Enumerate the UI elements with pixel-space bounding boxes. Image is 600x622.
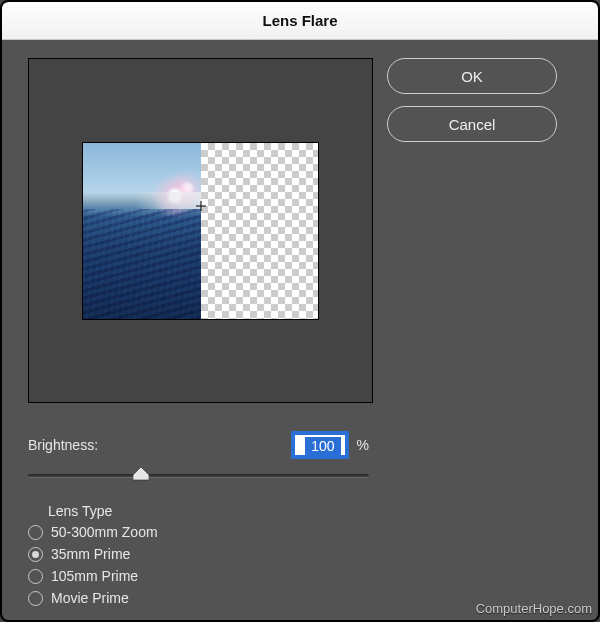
cancel-button-label: Cancel bbox=[449, 116, 496, 133]
lens-type-option[interactable]: 50-300mm Zoom bbox=[28, 521, 369, 543]
radio-icon bbox=[28, 525, 43, 540]
lens-type-option[interactable]: 35mm Prime bbox=[28, 543, 369, 565]
preview-panel[interactable] bbox=[28, 58, 373, 403]
brightness-row: Brightness: 100 % bbox=[28, 433, 369, 457]
brightness-slider[interactable] bbox=[28, 467, 369, 485]
radio-icon bbox=[28, 591, 43, 606]
radio-icon bbox=[28, 547, 43, 562]
dialog-body: Brightness: 100 % Lens Type 50-300mm Zoo… bbox=[2, 40, 598, 620]
watermark: ComputerHope.com bbox=[476, 601, 592, 616]
lens-type-option[interactable]: Movie Prime bbox=[28, 587, 369, 609]
lens-type-group: Lens Type 50-300mm Zoom35mm Prime105mm P… bbox=[28, 503, 369, 609]
dialog-title: Lens Flare bbox=[262, 12, 337, 29]
preview-thumbnail[interactable] bbox=[82, 142, 319, 320]
ok-button[interactable]: OK bbox=[387, 58, 557, 94]
dialog-titlebar: Lens Flare bbox=[2, 2, 598, 40]
preview-image-area[interactable] bbox=[83, 143, 201, 319]
right-column: OK Cancel bbox=[387, 40, 598, 620]
left-column: Brightness: 100 % Lens Type 50-300mm Zoo… bbox=[2, 40, 387, 620]
radio-icon bbox=[28, 569, 43, 584]
flare-center-crosshair[interactable] bbox=[196, 201, 206, 211]
lens-type-heading: Lens Type bbox=[48, 503, 369, 519]
brightness-input[interactable]: 100 bbox=[293, 433, 347, 457]
brightness-value: 100 bbox=[305, 437, 340, 455]
brightness-label: Brightness: bbox=[28, 437, 98, 453]
lens-type-option-label: Movie Prime bbox=[51, 590, 129, 606]
lens-type-option-label: 50-300mm Zoom bbox=[51, 524, 158, 540]
svg-marker-0 bbox=[133, 467, 149, 480]
cancel-button[interactable]: Cancel bbox=[387, 106, 557, 142]
lens-type-option[interactable]: 105mm Prime bbox=[28, 565, 369, 587]
slider-track bbox=[28, 474, 369, 478]
ok-button-label: OK bbox=[461, 68, 483, 85]
transparency-checker bbox=[201, 143, 319, 319]
brightness-unit: % bbox=[357, 437, 369, 453]
lens-type-option-label: 105mm Prime bbox=[51, 568, 138, 584]
lens-type-option-label: 35mm Prime bbox=[51, 546, 130, 562]
